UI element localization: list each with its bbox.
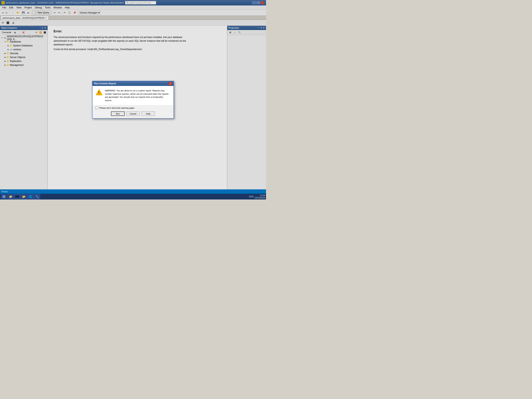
dialog-checkbox-row: Please don't show this warning again (96, 107, 170, 109)
dont-show-checkbox[interactable] (96, 107, 98, 109)
run-custom-report-dialog: Run Custom Report ✕ ! WARNING: You are a… (92, 81, 174, 119)
dialog-close-button[interactable]: ✕ (168, 82, 172, 85)
dialog-footer: Please don't show this warning again Run… (93, 105, 173, 118)
dialog-title: Run Custom Report (94, 82, 116, 85)
dont-show-label: Please don't show this warning again (99, 107, 134, 109)
help-button[interactable]: Help (141, 111, 155, 116)
warning-exclamation: ! (98, 90, 99, 94)
cancel-button[interactable]: Cancel (126, 111, 140, 116)
modal-overlay: Run Custom Report ✕ ! WARNING: You are a… (0, 0, 266, 200)
warning-icon: ! (96, 89, 103, 96)
run-button[interactable]: Run (111, 111, 125, 116)
dialog-buttons: Run Cancel Help (96, 111, 170, 116)
dialog-title-bar: Run Custom Report ✕ (93, 81, 173, 86)
dialog-warning-message: WARNING: You are about to run a custom r… (105, 89, 170, 102)
dialog-content: ! WARNING: You are about to run a custom… (93, 86, 173, 105)
